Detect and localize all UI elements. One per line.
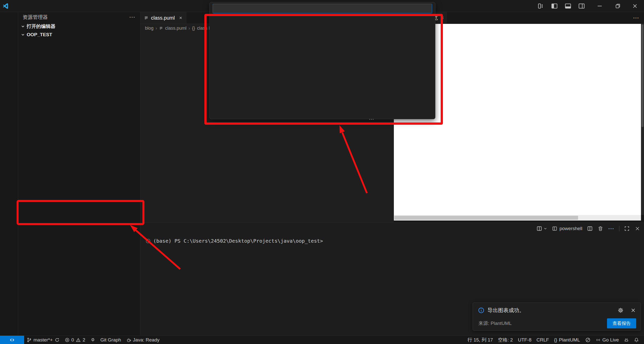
- notification-close-icon[interactable]: [630, 307, 636, 313]
- notification-settings-icon[interactable]: [618, 307, 624, 313]
- quickpick-input[interactable]: [213, 4, 432, 13]
- warning-icon: [76, 337, 81, 342]
- maximize-panel-icon[interactable]: [624, 226, 630, 232]
- puml-file-icon: [144, 16, 148, 20]
- toggle-sidebar-icon[interactable]: [549, 1, 560, 12]
- java-status[interactable]: Java: Ready: [124, 336, 162, 344]
- preview-horizontal-scrollbar[interactable]: [394, 215, 641, 221]
- sidebar-title: 资源管理器: [23, 14, 48, 21]
- go-live-status[interactable]: Go Live: [593, 336, 621, 344]
- breadcrumb-folder[interactable]: blog: [145, 26, 154, 31]
- activity-bar: [0, 12, 18, 335]
- language-mode-status[interactable]: {}PlantUML: [551, 336, 582, 344]
- error-icon: [65, 337, 70, 342]
- notification-toast: 导出图表成功。 来源: PlantUML 查看报告: [473, 303, 641, 331]
- vscode-logo-icon: [0, 3, 12, 9]
- encoding-status[interactable]: UTF-8: [515, 336, 534, 344]
- terminal-launch-profile-icon[interactable]: [536, 226, 547, 232]
- terminal-tab-powershell[interactable]: powershell: [552, 226, 582, 231]
- layout-customize-icon[interactable]: [535, 1, 546, 12]
- preview-vertical-scrollbar[interactable]: [641, 24, 644, 215]
- tab-class-puml[interactable]: class.puml: [140, 12, 186, 24]
- remote-indicator[interactable]: [0, 336, 24, 344]
- sync-icon: [55, 337, 60, 342]
- bug-status-icon[interactable]: [621, 336, 631, 344]
- quickpick-ellipsis: ⋯: [369, 116, 374, 122]
- coffee-icon: [126, 337, 131, 342]
- quickpick-widget: [209, 2, 435, 119]
- problems-status[interactable]: 0 2: [62, 336, 88, 344]
- split-terminal-icon[interactable]: [587, 226, 593, 232]
- eol-status[interactable]: CRLF: [534, 336, 552, 344]
- panel-controls: powershell ⋯: [536, 223, 640, 235]
- close-panel-icon[interactable]: [634, 226, 640, 232]
- branch-icon: [27, 337, 32, 342]
- vscode-window: 资源管理器 ⋯ 打开的编辑器 OOP_TEST class.puml blog …: [0, 0, 644, 344]
- copilot-disabled-icon[interactable]: [583, 336, 593, 344]
- git-branch-status[interactable]: master*+: [24, 336, 62, 344]
- open-editors-header[interactable]: 打开的编辑器: [18, 22, 140, 30]
- kill-terminal-icon[interactable]: [597, 226, 603, 232]
- puml-file-icon: [159, 26, 163, 30]
- window-controls: [535, 0, 644, 12]
- toggle-panel-icon[interactable]: [562, 1, 574, 12]
- sidebar-explorer: 资源管理器 ⋯ 打开的编辑器 OOP_TEST: [18, 12, 140, 335]
- toggle-secondary-sidebar-icon[interactable]: [576, 1, 587, 12]
- breadcrumb-file[interactable]: class.puml: [165, 26, 186, 31]
- minimize-icon[interactable]: [594, 1, 605, 12]
- view-report-button[interactable]: 查看报告: [607, 318, 636, 328]
- explorer-more-actions-icon[interactable]: ⋯: [129, 14, 136, 21]
- status-bar: master*+ 0 2 Git Graph Java: Ready 行 15,…: [0, 335, 644, 344]
- indentation-status[interactable]: 空格: 2: [496, 336, 515, 344]
- git-graph-status[interactable]: Git Graph: [98, 336, 124, 344]
- command-decoration-icon: [146, 239, 150, 243]
- panel-more-actions-icon[interactable]: ⋯: [608, 225, 615, 232]
- terminal-prompt[interactable]: (base) PS C:\Users\24502\Desktop\Project…: [153, 238, 323, 244]
- info-icon: [478, 307, 484, 314]
- close-window-icon[interactable]: [629, 1, 640, 12]
- notifications-bell-icon[interactable]: [631, 336, 641, 344]
- tree-root-oop-test[interactable]: OOP_TEST: [18, 30, 140, 39]
- cursor-position-status[interactable]: 行 15, 列 17: [465, 336, 495, 344]
- notification-source: 来源: PlantUML: [478, 320, 512, 327]
- tab-close-icon[interactable]: [179, 16, 183, 20]
- broadcast-icon: [596, 337, 601, 342]
- tab-close-icon[interactable]: [440, 16, 444, 20]
- editor-actions-more-icon[interactable]: ⋯: [633, 14, 639, 21]
- restore-icon[interactable]: [612, 1, 623, 12]
- plug-status-icon[interactable]: [88, 336, 98, 344]
- notification-title: 导出图表成功。: [487, 307, 524, 314]
